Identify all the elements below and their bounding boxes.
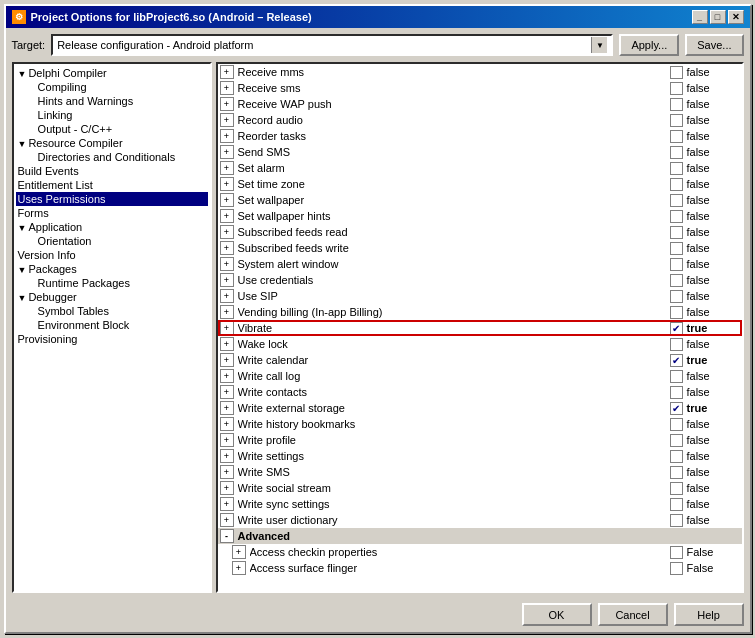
- expand-button[interactable]: +: [220, 129, 234, 143]
- permission-checkbox[interactable]: ✔: [670, 402, 683, 415]
- permission-checkbox[interactable]: [670, 562, 683, 575]
- permission-row[interactable]: +Write external storage✔true: [218, 400, 742, 416]
- sidebar-item-environment-block[interactable]: Environment Block: [16, 318, 208, 332]
- permission-checkbox[interactable]: [670, 498, 683, 511]
- permission-checkbox[interactable]: ✔: [670, 354, 683, 367]
- permission-row[interactable]: +Set wallpaper hintsfalse: [218, 208, 742, 224]
- ok-button[interactable]: OK: [522, 603, 592, 626]
- expand-button[interactable]: +: [220, 97, 234, 111]
- permission-row[interactable]: +Receive smsfalse: [218, 80, 742, 96]
- permission-checkbox[interactable]: [670, 338, 683, 351]
- expand-button[interactable]: +: [220, 449, 234, 463]
- permission-checkbox[interactable]: [670, 258, 683, 271]
- expand-button[interactable]: +: [220, 353, 234, 367]
- permission-row[interactable]: +Use credentialsfalse: [218, 272, 742, 288]
- permission-checkbox[interactable]: [670, 434, 683, 447]
- expand-button[interactable]: +: [220, 337, 234, 351]
- sidebar-item-provisioning[interactable]: Provisioning: [16, 332, 208, 346]
- expand-button[interactable]: +: [220, 65, 234, 79]
- permission-row[interactable]: +Write user dictionaryfalse: [218, 512, 742, 528]
- permission-checkbox[interactable]: [670, 418, 683, 431]
- expand-button[interactable]: +: [220, 497, 234, 511]
- permission-checkbox[interactable]: [670, 146, 683, 159]
- permission-row[interactable]: +Write settingsfalse: [218, 448, 742, 464]
- expand-button[interactable]: +: [220, 433, 234, 447]
- sidebar-item-output-cpp[interactable]: Output - C/C++: [16, 122, 208, 136]
- expand-button[interactable]: +: [220, 289, 234, 303]
- expand-button[interactable]: +: [220, 369, 234, 383]
- sidebar-item-resource-compiler[interactable]: ▼Resource Compiler: [16, 136, 208, 150]
- save-button[interactable]: Save...: [685, 34, 743, 56]
- permission-checkbox[interactable]: [670, 98, 683, 111]
- permission-checkbox[interactable]: [670, 130, 683, 143]
- expand-button[interactable]: +: [220, 305, 234, 319]
- target-combo[interactable]: Release configuration - Android platform…: [51, 34, 613, 56]
- sidebar-item-symbol-tables[interactable]: Symbol Tables: [16, 304, 208, 318]
- sidebar-item-version-info[interactable]: Version Info: [16, 248, 208, 262]
- permission-row[interactable]: +Receive WAP pushfalse: [218, 96, 742, 112]
- sidebar-item-build-events[interactable]: Build Events: [16, 164, 208, 178]
- sidebar-item-delphi-compiler[interactable]: ▼Delphi Compiler: [16, 66, 208, 80]
- permission-checkbox[interactable]: [670, 66, 683, 79]
- permission-row[interactable]: +Subscribed feeds readfalse: [218, 224, 742, 240]
- permission-checkbox[interactable]: [670, 82, 683, 95]
- advanced-permission-row[interactable]: +Access checkin propertiesFalse: [218, 544, 742, 560]
- permission-checkbox[interactable]: [670, 546, 683, 559]
- permission-row[interactable]: +Write call logfalse: [218, 368, 742, 384]
- maximize-button[interactable]: □: [710, 10, 726, 24]
- permission-row[interactable]: +System alert windowfalse: [218, 256, 742, 272]
- expand-button[interactable]: +: [220, 177, 234, 191]
- expand-button[interactable]: +: [220, 209, 234, 223]
- sidebar-item-compiling[interactable]: Compiling: [16, 80, 208, 94]
- permission-checkbox[interactable]: [670, 466, 683, 479]
- expand-button[interactable]: +: [220, 321, 234, 335]
- permission-checkbox[interactable]: [670, 114, 683, 127]
- sidebar-item-hints-warnings[interactable]: Hints and Warnings: [16, 94, 208, 108]
- expand-button[interactable]: +: [232, 545, 246, 559]
- expand-button[interactable]: +: [220, 113, 234, 127]
- permission-checkbox[interactable]: [670, 178, 683, 191]
- sidebar-item-forms[interactable]: Forms: [16, 206, 208, 220]
- permission-row[interactable]: +Write profilefalse: [218, 432, 742, 448]
- permission-checkbox[interactable]: [670, 482, 683, 495]
- permission-row[interactable]: +Write social streamfalse: [218, 480, 742, 496]
- permission-checkbox[interactable]: [670, 226, 683, 239]
- permission-row[interactable]: +Set time zonefalse: [218, 176, 742, 192]
- minimize-button[interactable]: _: [692, 10, 708, 24]
- expand-button[interactable]: +: [220, 193, 234, 207]
- permission-row[interactable]: +Write sync settingsfalse: [218, 496, 742, 512]
- sidebar-item-runtime-packages[interactable]: Runtime Packages: [16, 276, 208, 290]
- permission-checkbox[interactable]: [670, 210, 683, 223]
- sidebar-item-dirs-conditionals[interactable]: Directories and Conditionals: [16, 150, 208, 164]
- sidebar-item-linking[interactable]: Linking: [16, 108, 208, 122]
- permission-checkbox[interactable]: [670, 194, 683, 207]
- cancel-button[interactable]: Cancel: [598, 603, 668, 626]
- expand-button[interactable]: +: [220, 145, 234, 159]
- expand-button[interactable]: +: [220, 417, 234, 431]
- permission-checkbox[interactable]: [670, 514, 683, 527]
- advanced-permission-row[interactable]: +Access surface flingerFalse: [218, 560, 742, 576]
- expand-button[interactable]: +: [220, 385, 234, 399]
- permission-checkbox[interactable]: [670, 370, 683, 383]
- expand-button[interactable]: +: [220, 481, 234, 495]
- apply-button[interactable]: Apply...: [619, 34, 679, 56]
- expand-button[interactable]: +: [220, 465, 234, 479]
- permission-row[interactable]: +Write contactsfalse: [218, 384, 742, 400]
- expand-button[interactable]: +: [220, 241, 234, 255]
- close-button[interactable]: ✕: [728, 10, 744, 24]
- expand-button[interactable]: +: [220, 513, 234, 527]
- permission-checkbox[interactable]: [670, 450, 683, 463]
- permission-checkbox[interactable]: [670, 386, 683, 399]
- sidebar-item-orientation[interactable]: Orientation: [16, 234, 208, 248]
- permission-row[interactable]: +Set alarmfalse: [218, 160, 742, 176]
- permission-row[interactable]: +Vending billing (In-app Billing)false: [218, 304, 742, 320]
- permission-checkbox[interactable]: [670, 290, 683, 303]
- permission-row[interactable]: +Use SIPfalse: [218, 288, 742, 304]
- expand-button[interactable]: +: [220, 81, 234, 95]
- expand-button[interactable]: +: [220, 273, 234, 287]
- expand-button[interactable]: +: [220, 257, 234, 271]
- permission-row[interactable]: +Write history bookmarksfalse: [218, 416, 742, 432]
- permission-checkbox[interactable]: [670, 242, 683, 255]
- permission-checkbox[interactable]: [670, 162, 683, 175]
- sidebar-item-application[interactable]: ▼Application: [16, 220, 208, 234]
